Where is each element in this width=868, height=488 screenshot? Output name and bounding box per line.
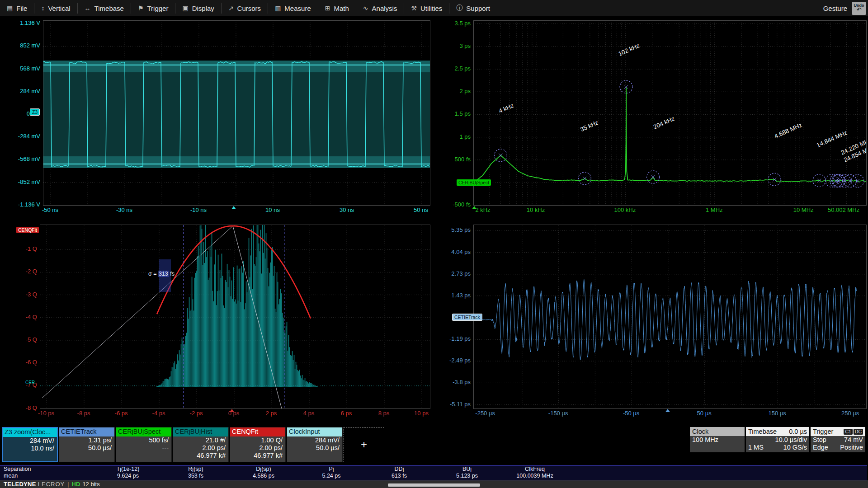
menu-item-label: Trigger bbox=[147, 5, 168, 12]
descriptor-box-clockinput[interactable]: ClockInput284 mV/50.0 µs/ bbox=[287, 427, 343, 462]
menu-item-label: Display bbox=[192, 5, 214, 12]
hist-x-tick: 10 ps bbox=[400, 410, 443, 417]
descriptor-scale-value: 21.0 #/ bbox=[173, 436, 228, 444]
menu-item-label: File bbox=[16, 5, 27, 12]
nqfit-trace-badge[interactable]: CENQFit bbox=[16, 227, 39, 233]
menu-item-file[interactable]: ▤File bbox=[0, 0, 34, 16]
zoom-x-tick: 30 ns bbox=[325, 206, 368, 213]
hist-x-tick: -8 ps bbox=[62, 410, 105, 417]
bottom-scrollbar-handle[interactable] bbox=[388, 483, 480, 487]
spectrum-x-tick: 10 kHz bbox=[514, 206, 557, 213]
spectrum-y-tick: 2 ps bbox=[436, 88, 471, 94]
menu-item-analysis[interactable]: ∿Analysis bbox=[356, 0, 404, 16]
measurement-table: SeparationTj(1e-12)Rj(sp)Dj(sp)PjDDjBUjC… bbox=[0, 465, 867, 480]
spectrum-trace-badge[interactable]: CERjBUjSpect bbox=[457, 179, 491, 186]
track-y-tick: 5.35 ps bbox=[436, 226, 471, 233]
descriptor-scale-value: 2.00 ps/ bbox=[230, 444, 285, 452]
descriptor-scale-value: 50.0 µs/ bbox=[59, 444, 114, 452]
menu-item-cursors[interactable]: ↗Cursors bbox=[222, 0, 268, 16]
menu-item-math[interactable]: ⊞Math bbox=[318, 0, 356, 16]
descriptor-scale-value: 284 mV/ bbox=[3, 437, 57, 445]
trigger-source-badge: C1 bbox=[844, 429, 852, 435]
timebase-box[interactable]: Timebase 0.0 µs 10.0 µs/div 1 MS 10 GS/s bbox=[746, 427, 809, 452]
descriptor-scale-value: 10.0 ns/ bbox=[3, 445, 57, 452]
trigger-type: Edge bbox=[813, 444, 828, 451]
trigger-marker-track[interactable] bbox=[665, 409, 670, 412]
menu-item-support[interactable]: ⓘSupport bbox=[449, 0, 497, 16]
track-y-tick: 4.04 ps bbox=[436, 249, 471, 255]
measurement-header: DDj bbox=[365, 466, 433, 473]
analysis-icon: ∿ bbox=[363, 5, 368, 12]
menu-item-timebase[interactable]: ↔Timebase bbox=[78, 0, 131, 16]
descriptor-scale-value: 46.977 k# bbox=[230, 452, 285, 460]
descriptor-scale-value: 1.31 ps/ bbox=[59, 436, 114, 444]
hist-baseline-badge[interactable]: CER bbox=[25, 380, 35, 385]
add-trace-button[interactable]: + bbox=[344, 427, 384, 462]
menu-item-label: Math bbox=[334, 5, 349, 12]
track-x-tick: -250 µs bbox=[463, 410, 507, 417]
menu-item-display[interactable]: ▣Display bbox=[175, 0, 221, 16]
descriptor-box-cetietrack[interactable]: CETIETrack1.31 ps/50.0 µs/ bbox=[59, 427, 115, 462]
jitter-histogram-grid[interactable] bbox=[40, 225, 430, 409]
measurement-header: Tj(1e-12) bbox=[94, 466, 162, 473]
spectrum-y-tick: 3 ps bbox=[436, 42, 471, 49]
timebase-icon: ↔ bbox=[85, 5, 91, 12]
resolution-bits: 12 bits bbox=[82, 481, 99, 488]
spectrum-y-tick: 1.5 ps bbox=[436, 110, 471, 117]
descriptor-scale-value: 500 fs/ bbox=[116, 436, 171, 444]
descriptor-scale-value: 1.00 Q/ bbox=[230, 436, 285, 444]
zoom-x-tick: -30 ns bbox=[103, 206, 146, 213]
zoom-y-tick: -568 mV bbox=[6, 155, 40, 162]
tie-track-grid[interactable] bbox=[473, 225, 867, 409]
zoom-x-tick: -10 ns bbox=[177, 206, 220, 213]
track-x-tick: -50 µs bbox=[609, 410, 653, 417]
timebase-samplerate: 10 GS/s bbox=[783, 444, 807, 451]
status-separator: | bbox=[67, 481, 69, 488]
spectrum-y-tick: 500 fs bbox=[436, 156, 471, 163]
svg-text:102 kHz: 102 kHz bbox=[618, 42, 641, 57]
trigger-marker-histogram[interactable] bbox=[230, 409, 234, 412]
spectrum-x-tick: 2 kHz bbox=[461, 206, 505, 213]
svg-text:14.844 MHz: 14.844 MHz bbox=[816, 129, 849, 149]
descriptor-scale-value: --- bbox=[116, 444, 171, 452]
menu-item-trigger[interactable]: ⚑Trigger bbox=[131, 0, 175, 16]
hist-y-tick: -5 Q bbox=[3, 336, 37, 343]
trigger-marker-zoom[interactable] bbox=[231, 206, 236, 209]
trigger-box[interactable]: Trigger C1 DC Stop 74 mV Edge Positive bbox=[811, 427, 865, 452]
timebase-memory: 1 MS bbox=[748, 444, 764, 451]
zoom-waveform-grid[interactable] bbox=[43, 20, 430, 206]
oscilloscope-app: ▤File↕Vertical↔Timebase⚑Trigger▣Display↗… bbox=[0, 0, 868, 488]
brand-secondary: LECROY bbox=[38, 481, 65, 488]
menu-item-label: Measure bbox=[284, 5, 311, 12]
cursors-icon: ↗ bbox=[228, 5, 234, 12]
measurement-header: Separation bbox=[0, 466, 94, 473]
measurement-header: Rj(sp) bbox=[162, 466, 230, 473]
descriptor-box-cerjbujhist[interactable]: CERjBUjHist21.0 #/2.00 ps/46.977 k# bbox=[173, 427, 229, 462]
undo-button[interactable]: Undo ↶ bbox=[852, 2, 866, 15]
menu-item-utilities[interactable]: ⚒Utilities bbox=[404, 0, 449, 16]
trigger-marker-spectrum[interactable] bbox=[472, 206, 476, 209]
clock-box[interactable]: Clock 100 MHz bbox=[690, 427, 745, 452]
tietrack-trace-badge[interactable]: CETIETrack bbox=[452, 314, 482, 321]
menu-item-measure[interactable]: ▥Measure bbox=[268, 0, 318, 16]
descriptor-box-cenqfit[interactable]: CENQFit1.00 Q/2.00 ps/46.977 k# bbox=[230, 427, 286, 462]
trigger-mode: Stop bbox=[813, 436, 826, 444]
spectrum-y-tick: 1 ps bbox=[436, 133, 471, 140]
descriptor-box-z3-zoom-cloc-[interactable]: Z3 zoom(Cloc...284 mV/10.0 ns/ bbox=[2, 427, 58, 462]
z3-trace-badge[interactable]: Z3 bbox=[30, 108, 40, 116]
measurement-values-row: mean9.624 ps353 fs4.586 ps5.24 ps613 fs5… bbox=[0, 473, 867, 479]
jitter-spectrum-grid[interactable]: 4 kHz35 kHz102 kHz204 kHz4.688 MHz14.844… bbox=[473, 20, 867, 206]
descriptor-box-cerjbujspect[interactable]: CERjBUjSpect500 fs/--- bbox=[116, 427, 172, 462]
zoom-x-tick: 10 ns bbox=[251, 206, 294, 213]
menu-item-label: Cursors bbox=[237, 5, 261, 12]
measure-icon: ▥ bbox=[275, 5, 281, 12]
hist-x-tick: -4 ps bbox=[137, 410, 180, 417]
track-y-tick: -5.11 ps bbox=[436, 401, 471, 408]
menu-item-vertical[interactable]: ↕Vertical bbox=[34, 0, 77, 16]
spectrum-x-tick: 1 MHz bbox=[693, 206, 736, 213]
trigger-slope: Positive bbox=[840, 444, 863, 451]
menu-item-label: Timebase bbox=[94, 5, 124, 12]
display-icon: ▣ bbox=[182, 5, 188, 12]
measurement-header: Dj(sp) bbox=[230, 466, 297, 473]
menu-item-label: Utilities bbox=[420, 5, 442, 12]
